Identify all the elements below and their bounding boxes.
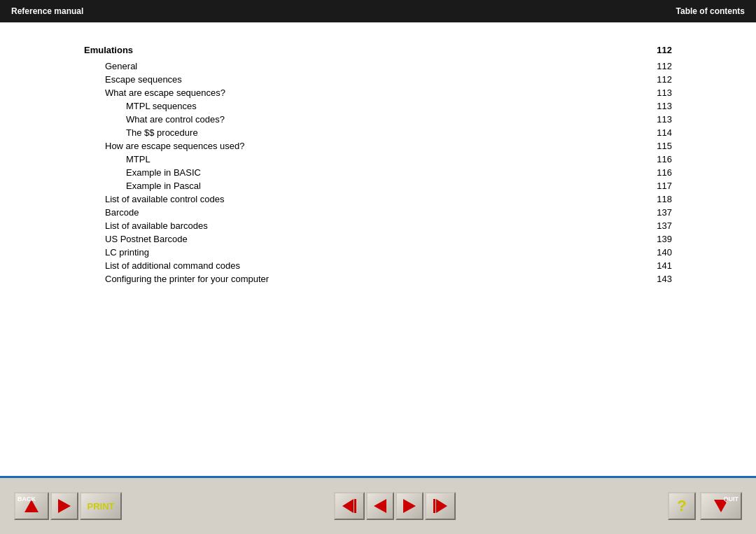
next-button[interactable] <box>396 492 424 520</box>
toc-item-num: 116 <box>609 166 672 179</box>
toc-item-row[interactable]: MTPL sequences 113 <box>84 99 672 113</box>
toc-item-num: 137 <box>609 206 672 219</box>
forward-arrow-icon <box>58 499 71 513</box>
toc-item-label: LC printing <box>84 246 609 259</box>
skip-to-end-button[interactable] <box>425 492 456 520</box>
toc-item-row[interactable]: List of available control codes 118 <box>84 192 672 206</box>
toc-item-label: MTPL sequences <box>84 99 609 113</box>
toc-item-label: List of additional command codes <box>84 259 609 272</box>
toc-item-num: 137 <box>609 219 672 232</box>
toc-item-num: 140 <box>609 246 672 259</box>
toc-item-row[interactable]: How are escape sequences used? 115 <box>84 139 672 153</box>
toc-table: Emulations 112 General 112 Escape sequen… <box>84 43 672 286</box>
toc-item-label: Configuring the printer for your compute… <box>84 272 609 286</box>
toc-item-num: 112 <box>609 73 672 86</box>
next-arrow-icon <box>403 499 416 513</box>
toc-item-row[interactable]: What are control codes? 113 <box>84 113 672 126</box>
toc-item-num: 113 <box>609 113 672 126</box>
toc-item-row[interactable]: General 112 <box>84 59 672 73</box>
toc-item-label: What are escape sequences? <box>84 86 609 99</box>
toc-item-num: 113 <box>609 86 672 99</box>
toc-item-label: How are escape sequences used? <box>84 139 609 153</box>
toolbar-left: BACK PRINT <box>14 492 122 520</box>
toolbar-right: ? QUIT <box>668 492 742 520</box>
toc-item-num: 113 <box>609 99 672 113</box>
toc-item-row[interactable]: US Postnet Barcode 139 <box>84 232 672 246</box>
toc-title-num: 112 <box>609 43 672 59</box>
back-button[interactable]: BACK <box>14 492 49 520</box>
toc-item-num: 139 <box>609 232 672 246</box>
back-label: BACK <box>18 496 36 503</box>
help-button[interactable]: ? <box>668 492 696 520</box>
prev-arrow-icon <box>374 499 386 513</box>
toc-item-label: List of available barcodes <box>84 219 609 232</box>
quit-button[interactable]: QUIT <box>700 492 742 520</box>
header-left-label: Reference manual <box>11 6 83 16</box>
print-button[interactable]: PRINT <box>80 492 122 520</box>
toc-item-num: 112 <box>609 59 672 73</box>
toc-item-row[interactable]: LC printing 140 <box>84 246 672 259</box>
toc-item-label: General <box>84 59 609 73</box>
toc-item-row[interactable]: Example in Pascal 117 <box>84 179 672 192</box>
toc-item-row[interactable]: Configuring the printer for your compute… <box>84 272 672 286</box>
toc-item-label: List of available control codes <box>84 192 609 206</box>
toc-item-num: 141 <box>609 259 672 272</box>
toc-item-row[interactable]: Escape sequences 112 <box>84 73 672 86</box>
content-area: Emulations 112 General 112 Escape sequen… <box>0 22 756 307</box>
forward-button[interactable] <box>50 492 78 520</box>
toc-item-row[interactable]: MTPL 116 <box>84 153 672 166</box>
toc-item-label: What are control codes? <box>84 113 609 126</box>
question-mark-icon: ? <box>677 497 686 515</box>
skip-to-start-button[interactable] <box>334 492 365 520</box>
toc-item-num: 118 <box>609 192 672 206</box>
toc-item-row[interactable]: The $$ procedure 114 <box>84 126 672 139</box>
toc-item-row[interactable]: List of available barcodes 137 <box>84 219 672 232</box>
toc-item-row[interactable]: What are escape sequences? 113 <box>84 86 672 99</box>
toc-item-label: Example in Pascal <box>84 179 609 192</box>
toc-item-row[interactable]: Example in BASIC 116 <box>84 166 672 179</box>
toc-item-label: Example in BASIC <box>84 166 609 179</box>
print-label: PRINT <box>88 501 115 512</box>
footer-toolbar: BACK PRINT <box>0 478 756 534</box>
toolbar-center <box>334 492 456 520</box>
toc-title: Emulations <box>84 43 609 59</box>
toc-item-row[interactable]: Barcode 137 <box>84 206 672 219</box>
toc-item-row[interactable]: List of additional command codes 141 <box>84 259 672 272</box>
quit-label: QUIT <box>724 496 739 503</box>
toc-item-num: 143 <box>609 272 672 286</box>
toc-item-label: MTPL <box>84 153 609 166</box>
toc-item-label: US Postnet Barcode <box>84 232 609 246</box>
toc-item-num: 115 <box>609 139 672 153</box>
toc-item-num: 114 <box>609 126 672 139</box>
toc-item-num: 116 <box>609 153 672 166</box>
toc-item-label: Barcode <box>84 206 609 219</box>
toc-title-row: Emulations 112 <box>84 43 672 59</box>
header-bar: Reference manual Table of contents <box>0 0 756 22</box>
toc-item-num: 117 <box>609 179 672 192</box>
header-right-label: Table of contents <box>676 6 745 16</box>
toc-item-label: The $$ procedure <box>84 126 609 139</box>
toc-item-label: Escape sequences <box>84 73 609 86</box>
prev-button[interactable] <box>366 492 394 520</box>
